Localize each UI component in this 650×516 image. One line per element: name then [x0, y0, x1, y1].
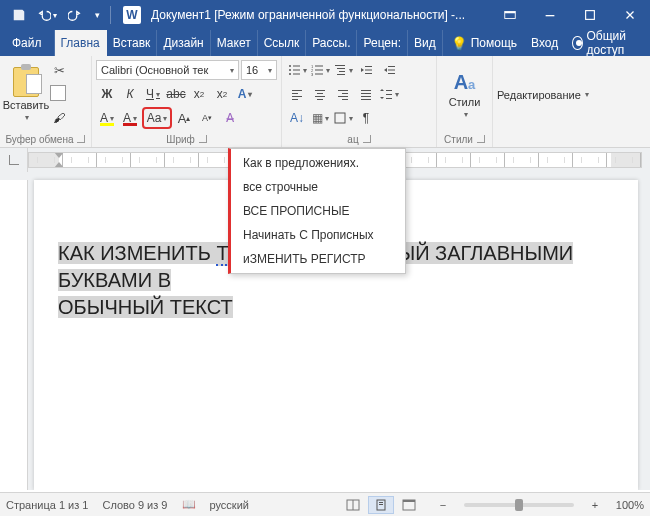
status-words[interactable]: Слово 9 из 9 — [102, 499, 167, 511]
paragraph-launcher-icon[interactable] — [363, 135, 371, 143]
svg-rect-43 — [386, 94, 392, 95]
svg-rect-9 — [293, 74, 300, 75]
zoom-in-button[interactable]: + — [588, 499, 602, 511]
read-mode-icon[interactable] — [340, 496, 366, 514]
pilcrow-button[interactable]: ¶ — [355, 107, 377, 129]
qat-customize-icon[interactable]: ▾ — [90, 1, 104, 29]
first-line-indent-icon[interactable] — [54, 152, 64, 158]
minimize-icon[interactable] — [530, 0, 570, 30]
multilevel-button[interactable]: ▾ — [332, 59, 354, 81]
svg-rect-2 — [546, 15, 555, 16]
zoom-thumb[interactable] — [515, 499, 523, 511]
format-painter-icon[interactable] — [50, 110, 68, 126]
svg-rect-24 — [388, 70, 395, 71]
print-layout-icon[interactable] — [368, 496, 394, 514]
styles-btn-label: Стили — [449, 96, 481, 108]
maximize-icon[interactable] — [570, 0, 610, 30]
menu-sentence-case[interactable]: Как в предложениях. — [231, 151, 405, 175]
ribbon-options-icon[interactable] — [490, 0, 530, 30]
group-paragraph: ▾ 123▾ ▾ ▾ A↓ ▾ ▾ ¶ ац — [282, 56, 437, 147]
undo-icon[interactable]: ▾ — [34, 1, 60, 29]
svg-rect-16 — [335, 65, 345, 66]
subscript-button[interactable]: x2 — [188, 83, 210, 105]
shading-button[interactable]: ▾ — [309, 107, 331, 129]
change-case-button[interactable]: Aa▾ — [142, 107, 172, 129]
share-button[interactable]: Общий доступ — [564, 30, 650, 56]
grow-font-button[interactable]: A▴ — [173, 107, 195, 129]
group-editing: Редактирование ▾ — [493, 56, 599, 147]
font-size-combo[interactable]: 16▾ — [241, 60, 277, 80]
svg-rect-40 — [361, 96, 371, 97]
bullets-button[interactable]: ▾ — [286, 59, 308, 81]
svg-rect-35 — [342, 93, 348, 94]
svg-rect-17 — [337, 68, 345, 69]
tab-home[interactable]: Главна — [55, 30, 107, 56]
bold-button[interactable]: Ж — [96, 83, 118, 105]
cut-icon[interactable] — [50, 63, 68, 79]
tab-insert[interactable]: Вставк — [107, 30, 158, 56]
font-launcher-icon[interactable] — [199, 135, 207, 143]
tab-references[interactable]: Ссылк — [258, 30, 307, 56]
tab-review[interactable]: Рецен: — [357, 30, 408, 56]
align-left-button[interactable] — [286, 83, 308, 105]
status-language[interactable]: русский — [210, 499, 249, 511]
superscript-button[interactable]: x2 — [211, 83, 233, 105]
line-spacing-button[interactable]: ▾ — [378, 83, 400, 105]
tab-design[interactable]: Дизайн — [157, 30, 210, 56]
group-styles: Aa Стили ▾ Стили — [437, 56, 493, 147]
vertical-ruler[interactable] — [0, 180, 28, 490]
svg-rect-32 — [315, 96, 325, 97]
italic-button[interactable]: К — [119, 83, 141, 105]
svg-rect-39 — [361, 93, 371, 94]
sort-button[interactable]: A↓ — [286, 107, 308, 129]
zoom-slider[interactable] — [464, 503, 574, 507]
styles-launcher-icon[interactable] — [477, 135, 485, 143]
svg-rect-31 — [317, 93, 323, 94]
highlight-button[interactable]: A▾ — [96, 107, 118, 129]
numbering-button[interactable]: 123▾ — [309, 59, 331, 81]
menu-lowercase[interactable]: все строчные — [231, 175, 405, 199]
tab-file[interactable]: Файл — [0, 30, 55, 56]
title-bar: ▾ ▾ W Документ1 [Режим ограниченной функ… — [0, 0, 650, 30]
sign-in[interactable]: Вход — [525, 30, 564, 56]
group-paragraph-label: ац — [347, 134, 358, 145]
status-page[interactable]: Страница 1 из 1 — [6, 499, 88, 511]
text-effects-button[interactable]: A▾ — [234, 83, 256, 105]
clear-formatting-button[interactable]: A̶ — [219, 107, 241, 129]
align-right-button[interactable] — [332, 83, 354, 105]
borders-button[interactable]: ▾ — [332, 107, 354, 129]
menu-capitalize-each[interactable]: Начинать С Прописных — [231, 223, 405, 247]
svg-rect-3 — [586, 11, 595, 20]
menu-toggle-case[interactable]: иЗМЕНИТЬ РЕГИСТР — [231, 247, 405, 271]
font-name-combo[interactable]: Calibri (Основной тек▾ — [96, 60, 239, 80]
tab-selector[interactable] — [0, 148, 28, 172]
copy-icon[interactable] — [50, 86, 68, 102]
web-layout-icon[interactable] — [396, 496, 422, 514]
menu-uppercase[interactable]: ВСЕ ПРОПИСНЫЕ — [231, 199, 405, 223]
justify-button[interactable] — [355, 83, 377, 105]
svg-rect-45 — [335, 113, 345, 123]
save-icon[interactable] — [6, 1, 32, 29]
tab-layout[interactable]: Макет — [211, 30, 258, 56]
status-spellcheck-icon[interactable]: 📖 — [182, 498, 196, 511]
zoom-level[interactable]: 100% — [616, 499, 644, 511]
redo-icon[interactable] — [62, 1, 88, 29]
clipboard-launcher-icon[interactable] — [77, 135, 85, 143]
decrease-indent-button[interactable] — [355, 59, 377, 81]
editing-button[interactable]: Редактирование ▾ — [497, 58, 589, 131]
zoom-out-button[interactable]: − — [436, 499, 450, 511]
font-color-button[interactable]: A▾ — [119, 107, 141, 129]
strikethrough-button[interactable]: abc — [165, 83, 187, 105]
shrink-font-button[interactable]: A▾ — [196, 107, 218, 129]
close-icon[interactable] — [610, 0, 650, 30]
paste-button[interactable]: Вставить ▾ — [4, 58, 48, 131]
align-center-button[interactable] — [309, 83, 331, 105]
tab-view[interactable]: Вид — [408, 30, 443, 56]
tab-mailings[interactable]: Рассы. — [306, 30, 357, 56]
underline-button[interactable]: Ч▾ — [142, 83, 164, 105]
styles-button[interactable]: Aa Стили ▾ — [441, 58, 488, 131]
word-app-icon: W — [123, 6, 141, 24]
increase-indent-button[interactable] — [378, 59, 400, 81]
tell-me[interactable]: 💡Помощь — [443, 30, 525, 56]
hanging-indent-icon[interactable] — [54, 162, 64, 168]
